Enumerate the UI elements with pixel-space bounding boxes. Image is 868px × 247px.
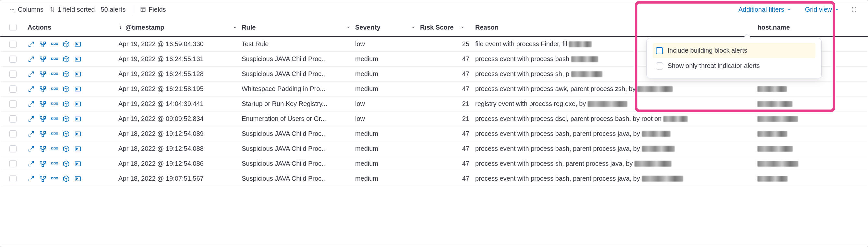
row-checkbox[interactable] (9, 145, 17, 153)
session-icon[interactable] (51, 56, 58, 63)
analyze-icon[interactable] (39, 160, 46, 167)
analyze-icon[interactable] (39, 71, 46, 78)
alerts-count: 50 alerts (100, 6, 126, 13)
cube-icon[interactable] (63, 101, 70, 108)
cube-icon[interactable] (63, 145, 70, 153)
session-icon[interactable] (51, 85, 58, 92)
cube-icon[interactable] (63, 115, 70, 122)
session-icon[interactable] (51, 160, 58, 167)
grid-view-button[interactable]: Grid view (805, 6, 839, 13)
analyze-icon[interactable] (39, 175, 46, 182)
timeline-icon[interactable] (74, 175, 82, 182)
cell-risk: 25 (462, 40, 469, 48)
row-checkbox[interactable] (9, 56, 17, 63)
cell-risk: 47 (462, 55, 469, 63)
analyze-icon[interactable] (39, 101, 46, 108)
row-actions (28, 175, 118, 182)
expand-icon[interactable] (28, 175, 35, 182)
expand-icon[interactable] (28, 160, 35, 167)
header-severity[interactable]: Severity (355, 24, 420, 31)
cell-timestamp: Apr 18, 2022 @ 19:12:54.088 (118, 145, 204, 153)
timeline-icon[interactable] (74, 56, 82, 63)
cube-icon[interactable] (63, 175, 70, 182)
analyze-icon[interactable] (39, 56, 46, 63)
cell-rule: Enumeration of Users or Gr... (242, 115, 326, 122)
row-actions (28, 145, 118, 153)
cell-rule: Suspicious JAVA Child Proc... (242, 160, 327, 167)
expand-icon[interactable] (28, 71, 35, 78)
redacted (638, 86, 673, 92)
timeline-icon[interactable] (74, 40, 82, 48)
row-checkbox[interactable] (9, 40, 17, 48)
columns-icon (9, 6, 15, 12)
option-threat-indicator-alerts[interactable]: Show only threat indicator alerts (653, 58, 815, 74)
timeline-icon[interactable] (74, 160, 82, 167)
header-actions: Actions (28, 24, 118, 31)
analyze-icon[interactable] (39, 130, 46, 137)
row-checkbox[interactable] (9, 130, 17, 137)
cube-icon[interactable] (63, 85, 70, 92)
session-icon[interactable] (51, 145, 58, 153)
timeline-icon[interactable] (74, 145, 82, 153)
session-icon[interactable] (51, 175, 58, 182)
select-all-checkbox[interactable] (9, 24, 17, 31)
cell-timestamp: Apr 19, 2022 @ 09:09:52.834 (118, 115, 204, 122)
session-icon[interactable] (51, 115, 58, 122)
header-host[interactable]: host.name (757, 24, 838, 31)
header-reason[interactable]: Reason (475, 24, 757, 31)
header-timestamp[interactable]: @timestamp (118, 24, 242, 31)
expand-icon[interactable] (28, 85, 35, 92)
additional-filters-popover: Include building block alerts Show only … (647, 38, 822, 78)
checkbox-building-block[interactable] (656, 47, 663, 54)
sort-button[interactable]: 1 field sorted (49, 6, 95, 13)
expand-icon[interactable] (28, 40, 35, 48)
analyze-icon[interactable] (39, 115, 46, 122)
option-building-block-alerts[interactable]: Include building block alerts (653, 43, 815, 58)
expand-icon[interactable] (28, 130, 35, 137)
expand-icon[interactable] (28, 145, 35, 153)
timeline-icon[interactable] (74, 85, 82, 92)
additional-filters-button[interactable]: Additional filters (738, 6, 791, 13)
header-risk[interactable]: Risk Score (420, 24, 475, 31)
timeline-icon[interactable] (74, 71, 82, 78)
session-icon[interactable] (51, 101, 58, 108)
session-icon[interactable] (51, 71, 58, 78)
header-rule[interactable]: Rule (242, 24, 355, 31)
expand-icon[interactable] (28, 56, 35, 63)
expand-icon[interactable] (28, 101, 35, 108)
timeline-icon[interactable] (74, 101, 82, 108)
analyze-icon[interactable] (39, 85, 46, 92)
option-threat-indicator-label: Show only threat indicator alerts (668, 62, 760, 70)
row-checkbox[interactable] (9, 115, 17, 122)
analyze-icon[interactable] (39, 145, 46, 153)
redacted-host (757, 116, 798, 122)
fields-button[interactable]: Fields (140, 6, 166, 13)
row-checkbox[interactable] (9, 85, 17, 92)
cell-risk: 47 (462, 160, 469, 167)
session-icon[interactable] (51, 130, 58, 137)
timeline-icon[interactable] (74, 130, 82, 137)
redacted (663, 116, 688, 122)
cell-risk: 47 (462, 175, 469, 182)
row-checkbox[interactable] (9, 101, 17, 108)
row-checkbox[interactable] (9, 175, 17, 182)
analyze-icon[interactable] (39, 40, 46, 48)
row-actions (28, 160, 118, 167)
cube-icon[interactable] (63, 130, 70, 137)
row-checkbox[interactable] (9, 160, 17, 167)
cell-severity: medium (355, 55, 378, 63)
session-icon[interactable] (51, 40, 58, 48)
alerts-count-label: 50 alerts (100, 6, 126, 13)
cube-icon[interactable] (63, 71, 70, 78)
checkbox-threat-indicator[interactable] (656, 62, 663, 70)
fullscreen-button[interactable] (849, 5, 859, 14)
timeline-icon[interactable] (74, 115, 82, 122)
columns-label: Columns (18, 6, 43, 13)
cube-icon[interactable] (63, 40, 70, 48)
cube-icon[interactable] (63, 160, 70, 167)
cell-risk: 47 (462, 130, 469, 137)
row-checkbox[interactable] (9, 71, 17, 78)
expand-icon[interactable] (28, 115, 35, 122)
columns-button[interactable]: Columns (9, 6, 43, 13)
cube-icon[interactable] (63, 56, 70, 63)
